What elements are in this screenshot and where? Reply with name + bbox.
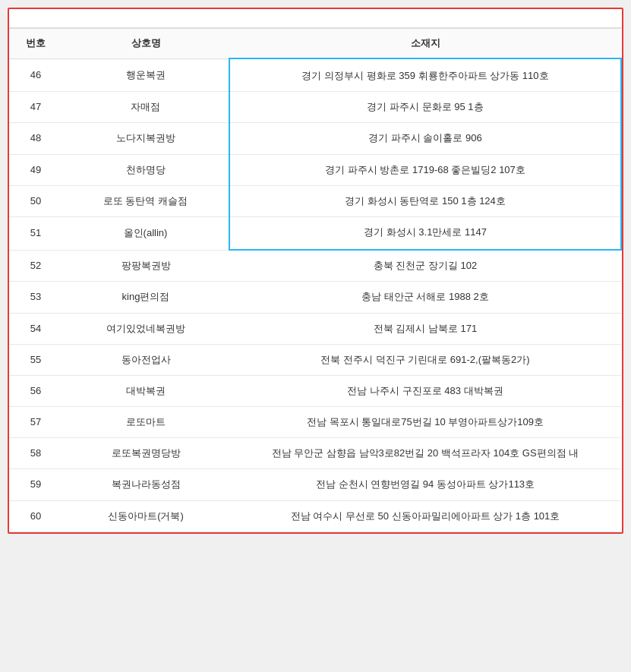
cell-num: 58 — [9, 438, 62, 469]
cell-name: 로또 동탄역 캐슬점 — [62, 185, 229, 216]
table-row: 51올인(allin)경기 화성시 3.1만세로 1147 — [9, 216, 621, 250]
cell-name: 복권나라동성점 — [62, 469, 229, 500]
cell-name: 로또마트 — [62, 407, 229, 438]
cell-addr: 전남 여수시 무선로 50 신동아파밀리에아파트 상가 1층 101호 — [229, 500, 621, 532]
cell-num: 52 — [9, 250, 62, 282]
cell-num: 48 — [9, 123, 62, 154]
table-header-row: 번호 상호명 소재지 — [9, 29, 621, 59]
table-row: 56대박복권전남 나주시 구진포로 483 대박복권 — [9, 375, 621, 406]
table-row: 59복권나라동성점전남 순천시 연향번영길 94 동성아파트 상가113호 — [9, 469, 621, 500]
cell-addr: 전남 순천시 연향번영길 94 동성아파트 상가113호 — [229, 469, 621, 500]
col-header-name: 상호명 — [62, 29, 229, 59]
cell-num: 59 — [9, 469, 62, 500]
cell-name: 올인(allin) — [62, 216, 229, 250]
table-row: 55동아전업사전북 전주시 덕진구 기린대로 691-2,(팔복동2가) — [9, 344, 621, 375]
cell-addr: 전북 김제시 남북로 171 — [229, 313, 621, 344]
table-row: 54여기있었네복권방전북 김제시 남북로 171 — [9, 313, 621, 344]
col-header-addr: 소재지 — [229, 29, 621, 59]
table-row: 60신동아마트(거북)전남 여수시 무선로 50 신동아파밀리에아파트 상가 1… — [9, 500, 621, 532]
cell-num: 47 — [9, 92, 62, 123]
table-row: 52팡팡복권방충북 진천군 장기길 102 — [9, 250, 621, 282]
table-row: 57로또마트전남 목포시 통일대로75번길 10 부영아파트상가109호 — [9, 407, 621, 438]
main-container: 번호 상호명 소재지 46행운복권경기 의정부시 평화로 359 휘룡한주아파트… — [8, 8, 623, 534]
cell-num: 60 — [9, 500, 62, 532]
cell-name: 동아전업사 — [62, 344, 229, 375]
cell-addr: 전북 전주시 덕진구 기린대로 691-2,(팔복동2가) — [229, 344, 621, 375]
cell-num: 51 — [9, 216, 62, 250]
cell-addr: 충남 태안군 서해로 1988 2호 — [229, 282, 621, 313]
cell-addr: 경기 화성시 3.1만세로 1147 — [229, 216, 621, 250]
table-row: 53king편의점충남 태안군 서해로 1988 2호 — [9, 282, 621, 313]
cell-addr: 경기 파주시 문화로 95 1층 — [229, 92, 621, 123]
cell-name: king편의점 — [62, 282, 229, 313]
cell-num: 49 — [9, 154, 62, 185]
cell-name: 자매점 — [62, 92, 229, 123]
table-body: 46행운복권경기 의정부시 평화로 359 휘룡한주아파트 상가동 110호47… — [9, 58, 621, 532]
cell-name: 대박복권 — [62, 375, 229, 406]
cell-name: 여기있었네복권방 — [62, 313, 229, 344]
cell-num: 50 — [9, 185, 62, 216]
cell-name: 행운복권 — [62, 58, 229, 92]
cell-num: 55 — [9, 344, 62, 375]
cell-addr: 전남 목포시 통일대로75번길 10 부영아파트상가109호 — [229, 407, 621, 438]
cell-num: 46 — [9, 58, 62, 92]
cell-num: 57 — [9, 407, 62, 438]
table-row: 50로또 동탄역 캐슬점경기 화성시 동탄역로 150 1층 124호 — [9, 185, 621, 216]
col-header-num: 번호 — [9, 29, 62, 59]
cell-addr: 전남 무안군 삼향읍 남악3로82번길 20 백석프라자 104호 GS편의점 … — [229, 438, 621, 469]
cell-name: 신동아마트(거북) — [62, 500, 229, 532]
cell-name: 로또복권명당방 — [62, 438, 229, 469]
cell-name: 천하명당 — [62, 154, 229, 185]
cell-num: 54 — [9, 313, 62, 344]
section-title — [9, 9, 622, 28]
cell-num: 53 — [9, 282, 62, 313]
table-row: 58로또복권명당방전남 무안군 삼향읍 남악3로82번길 20 백석프라자 10… — [9, 438, 621, 469]
cell-name: 노다지복권방 — [62, 123, 229, 154]
cell-addr: 경기 파주시 솔이홀로 906 — [229, 123, 621, 154]
cell-addr: 경기 의정부시 평화로 359 휘룡한주아파트 상가동 110호 — [229, 58, 621, 92]
data-table: 번호 상호명 소재지 46행운복권경기 의정부시 평화로 359 휘룡한주아파트… — [9, 28, 622, 532]
cell-addr: 경기 화성시 동탄역로 150 1층 124호 — [229, 185, 621, 216]
cell-name: 팡팡복권방 — [62, 250, 229, 282]
cell-addr: 전남 나주시 구진포로 483 대박복권 — [229, 375, 621, 406]
table-row: 47자매점경기 파주시 문화로 95 1층 — [9, 92, 621, 123]
cell-addr: 충북 진천군 장기길 102 — [229, 250, 621, 282]
cell-num: 56 — [9, 375, 62, 406]
table-row: 48노다지복권방경기 파주시 솔이홀로 906 — [9, 123, 621, 154]
table-row: 46행운복권경기 의정부시 평화로 359 휘룡한주아파트 상가동 110호 — [9, 58, 621, 92]
cell-addr: 경기 파주시 방촌로 1719-68 좋은빌딩2 107호 — [229, 154, 621, 185]
table-row: 49천하명당경기 파주시 방촌로 1719-68 좋은빌딩2 107호 — [9, 154, 621, 185]
